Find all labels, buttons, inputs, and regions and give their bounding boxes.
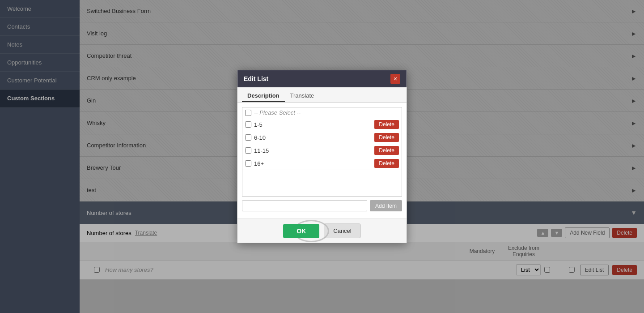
list-item-checkbox[interactable]: [245, 134, 251, 141]
list-item-delete-button[interactable]: Delete: [374, 159, 399, 168]
modal-header: Edit List ×: [237, 70, 407, 87]
add-item-row: Add Item: [242, 200, 402, 211]
modal-overlay: Edit List × Description Translate -- Ple…: [0, 0, 644, 313]
list-item-label: -- Please Select --: [254, 109, 399, 116]
list-item-checkbox[interactable]: [245, 147, 251, 154]
list-item-delete-button[interactable]: Delete: [374, 133, 399, 142]
tab-description[interactable]: Description: [242, 90, 285, 102]
list-item-checkbox[interactable]: [245, 121, 251, 128]
list-item-label: 1-5: [254, 121, 372, 128]
list-item-delete-button[interactable]: Delete: [374, 146, 399, 155]
list-item-checkbox[interactable]: [245, 160, 251, 167]
modal-footer: OK Cancel: [237, 219, 407, 243]
list-item-label: 6-10: [254, 134, 372, 141]
list-item-delete-button[interactable]: Delete: [374, 120, 399, 129]
list-item-6-10: 6-10Delete: [242, 131, 402, 144]
list-area: -- Please Select --1-5Delete6-10Delete11…: [242, 107, 402, 197]
modal-body: -- Please Select --1-5Delete6-10Delete11…: [237, 103, 407, 219]
list-item-please-select: -- Please Select --: [242, 107, 402, 118]
edit-list-modal: Edit List × Description Translate -- Ple…: [237, 70, 407, 243]
list-item-16plus: 16+Delete: [242, 157, 402, 170]
modal-close-button[interactable]: ×: [390, 74, 400, 84]
list-item-checkbox[interactable]: [245, 110, 251, 116]
add-item-button[interactable]: Add Item: [370, 200, 402, 211]
list-item-label: 11-15: [254, 147, 372, 154]
list-item-label: 16+: [254, 160, 372, 167]
modal-title: Edit List: [244, 75, 268, 82]
tab-translate[interactable]: Translate: [285, 90, 320, 102]
modal-tabs: Description Translate: [237, 87, 407, 103]
list-item-11-15: 11-15Delete: [242, 144, 402, 157]
list-item-1-5: 1-5Delete: [242, 118, 402, 131]
ok-button[interactable]: OK: [283, 224, 319, 238]
add-item-input[interactable]: [242, 200, 367, 211]
cancel-button[interactable]: Cancel: [324, 223, 360, 238]
